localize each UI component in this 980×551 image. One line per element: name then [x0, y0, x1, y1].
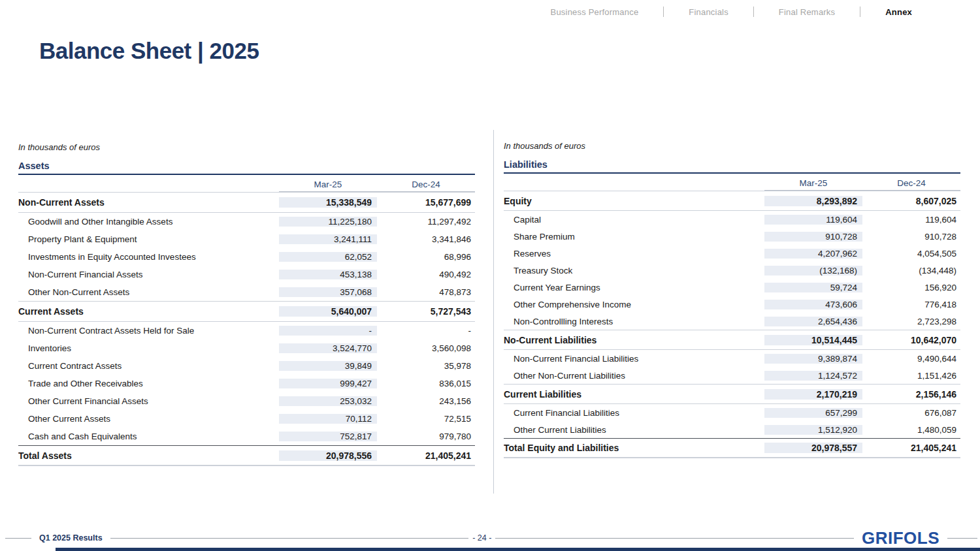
- row-value-mar25: 657,299: [764, 408, 862, 418]
- row-value-dec24: 21,405,241: [377, 450, 475, 461]
- row-label: Total Equity and Liabilities: [504, 443, 764, 453]
- page-number: - 24 -: [472, 533, 491, 543]
- slide: Business Performance Financials Final Re…: [0, 0, 980, 551]
- row-value-dec24: 8,607,025: [862, 196, 960, 206]
- row-label: Treasury Stock: [504, 266, 764, 276]
- table-row: Treasury Stock (132,168) (134,448): [504, 262, 960, 279]
- row-value-mar25: 70,112: [279, 414, 377, 424]
- row-value-mar25: 10,514,445: [764, 335, 862, 345]
- row-value-dec24: 1,151,426: [862, 371, 960, 381]
- footer-results-label: Q1 2025 Results: [39, 533, 103, 543]
- row-value-mar25: (132,168): [764, 266, 862, 276]
- row-label: Goodwill and Other Intangible Assets: [18, 217, 279, 227]
- row-value-dec24: 10,642,070: [862, 335, 960, 345]
- table-row: Other Non-Current Assets 357,068 478,873: [18, 283, 475, 301]
- table-row: Inventories 3,524,770 3,560,098: [18, 339, 475, 357]
- table-row: Non-Current Financial Assets 453,138 490…: [18, 266, 475, 283]
- row-label: Inventories: [18, 343, 279, 353]
- table-row: Other Current Financial Assets 253,032 2…: [18, 392, 475, 410]
- row-label: Other Non-Current Assets: [18, 287, 279, 297]
- liabilities-column-headers: Mar-25 Dec-24: [504, 178, 960, 191]
- table-row: Non-Controllling Interests 2,654,436 2,7…: [504, 313, 960, 330]
- row-value-dec24: 72,515: [377, 414, 475, 424]
- table-row: Non-Current Financial Liabilities 9,389,…: [504, 350, 960, 367]
- footer-line: [5, 538, 31, 539]
- row-value-mar25: 2,654,436: [764, 317, 862, 326]
- row-value-mar25: -: [279, 326, 377, 336]
- nav-item-final-remarks[interactable]: Final Remarks: [754, 7, 860, 17]
- grifols-logo: GRIFOLS: [862, 528, 939, 548]
- row-value-dec24: 156,920: [862, 283, 960, 292]
- column-header-dec24: Dec-24: [377, 180, 475, 192]
- assets-section-title: Assets: [18, 161, 475, 175]
- nav-item-business-performance[interactable]: Business Performance: [526, 7, 664, 17]
- table-row: Other Comprehensive Income 473,606 776,4…: [504, 296, 960, 313]
- row-value-mar25: 9,389,874: [764, 354, 862, 364]
- footer-line: [110, 538, 469, 539]
- row-value-dec24: 3,341,846: [377, 234, 475, 244]
- assets-column-headers: Mar-25 Dec-24: [18, 179, 475, 192]
- table-row: Property Plant & Equipment 3,241,111 3,3…: [18, 230, 475, 248]
- row-label: Capital: [504, 215, 764, 225]
- row-value-mar25: 20,978,557: [764, 443, 862, 453]
- row-value-mar25: 752,817: [279, 432, 377, 441]
- liabilities-section-title: Liabilities: [504, 159, 960, 174]
- nav-item-annex[interactable]: Annex: [860, 7, 937, 17]
- table-row: Total Equity and Liabilities 20,978,557 …: [504, 438, 960, 458]
- table-row: Capital 119,604 119,604: [504, 211, 960, 228]
- row-label: Non-Current Assets: [18, 197, 279, 208]
- table-row: Other Non-Current Liabilities 1,124,572 …: [504, 367, 960, 384]
- row-label: Investments in Equity Accounted Investee…: [18, 252, 279, 262]
- row-label: Current Liabilities: [504, 389, 764, 400]
- bottom-accent-bar: [56, 548, 980, 551]
- row-value-mar25: 39,849: [279, 361, 377, 371]
- table-row: Other Current Assets 70,112 72,515: [18, 410, 475, 428]
- row-value-mar25: 119,604: [764, 215, 862, 225]
- row-value-mar25: 3,524,770: [279, 343, 377, 353]
- table-row: Trade and Other Receivables 999,427 836,…: [18, 375, 475, 392]
- row-value-dec24: 68,996: [377, 252, 475, 262]
- row-value-mar25: 5,640,007: [279, 306, 377, 317]
- table-row: Goodwill and Other Intangible Assets 11,…: [18, 213, 475, 230]
- table-row: Equity 8,293,892 8,607,025: [504, 191, 960, 211]
- row-value-dec24: 3,560,098: [377, 343, 475, 353]
- table-row: Current Liabilities 2,170,219 2,156,146: [504, 384, 960, 404]
- footer-line: [495, 538, 854, 539]
- assets-rows: Non-Current Assets 15,338,549 15,677,699…: [18, 192, 475, 466]
- row-label: Equity: [504, 196, 764, 206]
- table-row: Other Current Liabilities 1,512,920 1,48…: [504, 421, 960, 438]
- row-value-mar25: 999,427: [279, 379, 377, 388]
- row-value-dec24: 2,156,146: [862, 389, 960, 400]
- nav-item-financials[interactable]: Financials: [664, 7, 753, 17]
- row-value-mar25: 253,032: [279, 396, 377, 406]
- assets-units-note: In thousands of euros: [18, 142, 475, 152]
- table-row: Current Year Earnings 59,724 156,920: [504, 279, 960, 296]
- row-label: Trade and Other Receivables: [18, 379, 279, 388]
- row-value-mar25: 910,728: [764, 232, 862, 242]
- footer: Q1 2025 Results - 24 - GRIFOLS: [5, 530, 977, 546]
- row-value-dec24: 4,054,505: [862, 249, 960, 259]
- table-row: No-Current Liabilities 10,514,445 10,642…: [504, 330, 960, 350]
- row-value-dec24: 979,780: [377, 432, 475, 441]
- row-value-mar25: 1,124,572: [764, 371, 862, 381]
- row-label: Current Year Earnings: [504, 283, 764, 292]
- column-header-mar25: Mar-25: [279, 180, 377, 192]
- row-label: Current Financial Liabilities: [504, 408, 764, 418]
- row-label: Current Assets: [18, 306, 279, 317]
- table-divider: [493, 130, 494, 494]
- row-label: Non-Current Contract Assets Held for Sal…: [18, 326, 279, 336]
- row-label: Share Premium: [504, 232, 764, 242]
- row-value-mar25: 62,052: [279, 252, 377, 262]
- row-label: Other Non-Current Liabilities: [504, 371, 764, 381]
- table-row: Cash and Cash Equivalents 752,817 979,78…: [18, 428, 475, 445]
- row-value-mar25: 3,241,111: [279, 234, 377, 244]
- row-value-mar25: 2,170,219: [764, 389, 862, 400]
- row-value-mar25: 1,512,920: [764, 425, 862, 435]
- table-row: Non-Current Contract Assets Held for Sal…: [18, 322, 475, 339]
- row-value-dec24: 1,480,059: [862, 425, 960, 435]
- row-value-mar25: 473,606: [764, 300, 862, 309]
- row-value-mar25: 357,068: [279, 287, 377, 297]
- row-label: Cash and Cash Equivalents: [18, 432, 279, 441]
- row-label: Non-Current Financial Liabilities: [504, 354, 764, 364]
- row-value-dec24: 21,405,241: [862, 443, 960, 453]
